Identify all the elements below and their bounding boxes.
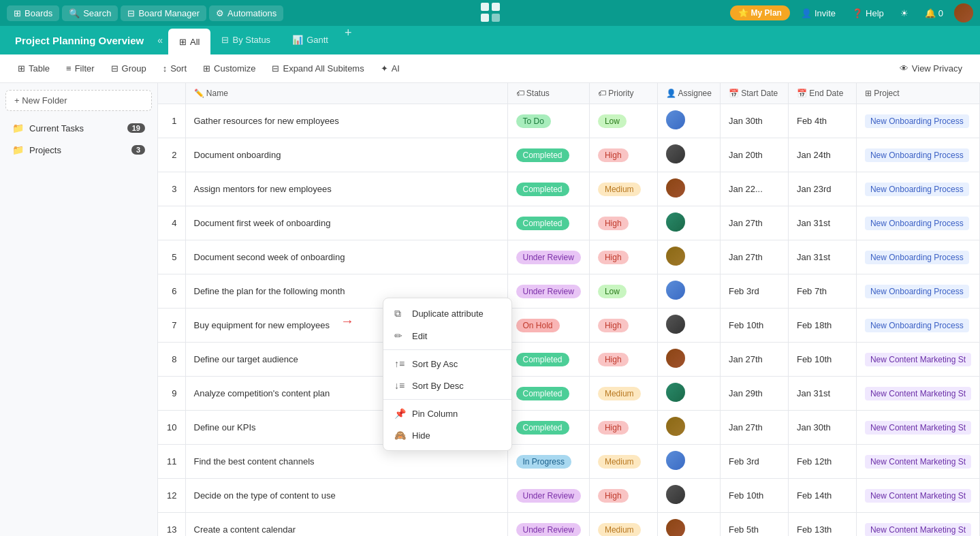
menu-item-pin[interactable]: 📌 Pin Column (383, 403, 511, 424)
row-status[interactable]: Under Review (507, 240, 589, 274)
sort-button[interactable]: ↕ Sort (156, 60, 193, 77)
row-priority[interactable]: High (589, 138, 657, 172)
group-button[interactable]: ⊟ Group (104, 60, 153, 77)
boards-button[interactable]: ⊞ Boards (7, 5, 59, 21)
row-priority[interactable]: Low (589, 104, 657, 138)
row-number: 5 (158, 240, 185, 274)
row-status[interactable]: Completed (507, 138, 589, 172)
table-row[interactable]: 2 Document onboarding Completed High Jan… (158, 138, 980, 172)
row-priority[interactable]: Medium (589, 513, 657, 537)
row-status[interactable]: To Do (507, 104, 589, 138)
invite-icon: 👤 (801, 8, 812, 18)
row-start-date: Feb 5th (720, 513, 788, 537)
row-priority[interactable]: Medium (589, 377, 657, 411)
th-name[interactable]: ✏️ Name (185, 83, 507, 104)
row-priority[interactable]: High (589, 309, 657, 343)
menu-item-hide[interactable]: 🙈 Hide (383, 424, 511, 446)
view-privacy-button[interactable]: 👁 View Privacy (893, 60, 969, 77)
new-folder-button[interactable]: + New Folder (5, 90, 152, 111)
row-status[interactable]: Completed (507, 172, 589, 206)
row-status[interactable]: Under Review (507, 479, 589, 513)
table-row[interactable]: 6 Define the plan for the following mont… (158, 274, 980, 309)
row-status[interactable]: In Progress (507, 445, 589, 479)
row-priority[interactable]: High (589, 240, 657, 274)
row-status[interactable]: Under Review (507, 274, 589, 309)
row-name: Decide on the type of content to use (185, 479, 507, 513)
ai-button[interactable]: ✦ AI (374, 60, 407, 77)
automations-button[interactable]: ⚙ Automations (209, 5, 283, 21)
customize-button[interactable]: ⊞ Customize (196, 60, 262, 77)
row-status[interactable]: Under Review (507, 513, 589, 537)
row-end-date: Jan 30th (788, 411, 856, 445)
row-priority[interactable]: Low (589, 274, 657, 309)
table-row[interactable]: 8 Define our target audience Completed H… (158, 343, 980, 377)
ai-icon: ✦ (381, 63, 388, 74)
automations-icon: ⚙ (216, 8, 224, 18)
boards-icon: ⊞ (14, 8, 21, 18)
hide-icon: 🙈 (394, 430, 405, 441)
svg-rect-2 (481, 14, 489, 22)
th-priority[interactable]: 🏷 Priority (589, 83, 657, 104)
user-avatar[interactable] (954, 3, 973, 22)
row-status[interactable]: Completed (507, 343, 589, 377)
row-priority[interactable]: High (589, 479, 657, 513)
table-row[interactable]: 9 Analyze competition's content plan Com… (158, 377, 980, 411)
row-end-date: Feb 4th (788, 104, 856, 138)
sidebar-item-current-tasks[interactable]: 📁 Current Tasks 19 (5, 118, 152, 138)
table-row[interactable]: 12 Decide on the type of content to use … (158, 479, 980, 513)
row-priority[interactable]: Medium (589, 445, 657, 479)
th-end-date[interactable]: 📅 End Date (788, 83, 856, 104)
invite-button[interactable]: 👤 Invite (795, 5, 841, 21)
sub-nav: Project Planning Overview « ⊞ All ⊟ By S… (0, 26, 980, 54)
row-priority[interactable]: Medium (589, 172, 657, 206)
help-button[interactable]: ❓ Help (847, 5, 889, 21)
help-icon: ❓ (852, 8, 863, 18)
menu-item-duplicate[interactable]: ⧉ Duplicate attribute (383, 302, 511, 325)
row-priority[interactable]: High (589, 343, 657, 377)
sidebar-item-projects[interactable]: 📁 Projects 3 (5, 140, 152, 160)
status-header-icon: 🏷 (516, 89, 524, 98)
my-plan-button[interactable]: ⭐ My Plan (730, 5, 790, 20)
tab-by-status[interactable]: ⊟ By Status (210, 26, 281, 54)
row-status[interactable]: On Hold (507, 309, 589, 343)
filter-button[interactable]: ≡ Filter (59, 60, 101, 77)
tab-gantt[interactable]: 📊 Gantt (281, 26, 339, 54)
menu-item-edit[interactable]: ✏ Edit (383, 325, 511, 347)
table-row[interactable]: 5 Document second week of onboarding Und… (158, 240, 980, 274)
table-row[interactable]: 10 Define our KPIs Completed High Jan 27… (158, 411, 980, 445)
svg-rect-3 (492, 14, 500, 22)
menu-item-sort-desc[interactable]: ↓≡ Sort By Desc (383, 375, 511, 396)
th-status[interactable]: 🏷 Status (507, 83, 589, 104)
row-status[interactable]: Completed (507, 377, 589, 411)
th-assignee[interactable]: 👤 Assignee (657, 83, 720, 104)
assignee-header-icon: 👤 (666, 89, 676, 98)
sort-desc-icon: ↓≡ (394, 380, 405, 391)
board-manager-button[interactable]: ⊟ Board Manager (121, 5, 206, 21)
main-layout: + New Folder 📁 Current Tasks 19 📁 Projec… (0, 83, 980, 536)
collapse-button[interactable]: « (152, 32, 168, 48)
row-status[interactable]: Completed (507, 206, 589, 240)
table-row[interactable]: 4 Document first week of onboarding Comp… (158, 206, 980, 240)
table-row[interactable]: 13 Create a content calendar Under Revie… (158, 513, 980, 537)
tab-all[interactable]: ⊞ All (168, 29, 210, 54)
row-status[interactable]: Completed (507, 411, 589, 445)
table-button[interactable]: ⊞ Table (11, 60, 57, 77)
th-start-date[interactable]: 📅 Start Date (720, 83, 788, 104)
search-button[interactable]: 🔍 Search (62, 5, 118, 21)
privacy-icon: 👁 (900, 63, 908, 74)
menu-item-sort-asc[interactable]: ↑≡ Sort By Asc (383, 353, 511, 375)
theme-button[interactable]: ☀ (895, 5, 914, 21)
notifications-button[interactable]: 🔔 0 (919, 5, 949, 21)
table-row[interactable]: 1 Gather resources for new employees To … (158, 104, 980, 138)
nav-right: ⭐ My Plan 👤 Invite ❓ Help ☀ 🔔 0 (730, 3, 973, 22)
th-project[interactable]: ⊞ Project (856, 83, 979, 104)
add-tab-button[interactable]: + (339, 26, 358, 54)
expand-all-button[interactable]: ⊟ Expand All Subitems (265, 60, 370, 77)
row-priority[interactable]: High (589, 206, 657, 240)
row-priority[interactable]: High (589, 411, 657, 445)
table-row[interactable]: 3 Assign mentors for new employees Compl… (158, 172, 980, 206)
table-row[interactable]: 7 Buy equipment for new employees On Hol… (158, 309, 980, 343)
row-project: New Onboarding Process (856, 274, 979, 309)
row-project: New Content Marketing St (856, 377, 979, 411)
table-row[interactable]: 11 Find the best content channels In Pro… (158, 445, 980, 479)
